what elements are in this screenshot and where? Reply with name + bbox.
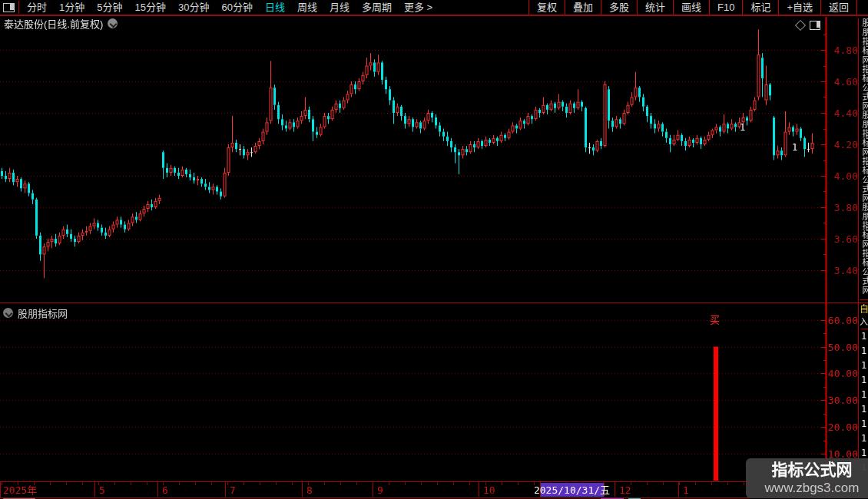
edge-vertical-text: 股朋指标网指标公式网股朋指标网指标公式网股朋指标网指标公式网 xyxy=(860,18,868,299)
indicator-name: 股朋指标网 xyxy=(18,306,68,320)
period-tab-1[interactable]: 1分钟 xyxy=(53,0,91,15)
chart-canvas[interactable] xyxy=(0,0,868,499)
watermark-title: 指标公式网 xyxy=(746,460,868,480)
period-tab-8[interactable]: 月线 xyxy=(323,0,356,15)
toolbar-button-6[interactable]: 标记 xyxy=(742,0,778,15)
edge-number-column: 1111111111 xyxy=(861,329,868,475)
period-tab-group: 分时1分钟5分钟15分钟30分钟60分钟日线周线月线多周期更多 > xyxy=(21,0,439,15)
toolbar-button-8[interactable]: 返回 xyxy=(820,0,857,15)
indicator-panel-title: 股朋指标网 xyxy=(3,306,68,320)
site-watermark: 指标公式网 www.zbgs3.com xyxy=(746,458,868,498)
toolbar-button-7[interactable]: +自选 xyxy=(778,0,820,15)
period-tab-9[interactable]: 多周期 xyxy=(356,0,398,15)
toolbar-button-group: 复权叠加多股统计画线F10标记+自选返回 xyxy=(528,0,857,15)
toolbar-button-1[interactable]: 叠加 xyxy=(565,0,601,15)
period-tab-5[interactable]: 60分钟 xyxy=(215,0,258,15)
period-tab-3[interactable]: 15分钟 xyxy=(128,0,171,15)
toolbar-divider xyxy=(18,1,19,14)
toolbar-button-5[interactable]: F10 xyxy=(709,0,742,15)
split-pane-icon[interactable] xyxy=(810,21,820,30)
chevron-down-icon[interactable] xyxy=(3,308,13,318)
window-layout-icon[interactable] xyxy=(3,3,15,12)
app-window: { "topbar": { "left_items": [ {"label":"… xyxy=(0,0,868,499)
period-tab-10[interactable]: 更多 > xyxy=(398,0,439,15)
chart-title-row: 泰达股份(日线.前复权) xyxy=(4,17,118,29)
period-tab-4[interactable]: 30分钟 xyxy=(172,0,215,15)
period-tab-7[interactable]: 周线 xyxy=(291,0,323,15)
right-edge-clipped-panel: 股朋指标网指标公式网股朋指标网指标公式网股朋指标网指标公式网 自 入 11111… xyxy=(858,18,868,497)
toolbar-button-0[interactable]: 复权 xyxy=(528,0,565,15)
toolbar-button-4[interactable]: 画线 xyxy=(673,0,709,15)
chart-corner-icons xyxy=(797,21,820,30)
chart-title: 泰达股份(日线.前复权) xyxy=(4,16,103,31)
toolbar-button-3[interactable]: 统计 xyxy=(637,0,673,15)
edge-badge: 自 xyxy=(860,299,868,315)
chevron-down-icon[interactable] xyxy=(108,18,118,28)
edge-badge-sub: 入 xyxy=(860,315,868,327)
toolbar-button-2[interactable]: 多股 xyxy=(601,0,637,15)
period-tab-6[interactable]: 日线 xyxy=(259,0,291,15)
period-tab-2[interactable]: 5分钟 xyxy=(91,0,128,15)
top-toolbar: 分时1分钟5分钟15分钟30分钟60分钟日线周线月线多周期更多 > 复权叠加多股… xyxy=(0,0,868,16)
period-tab-0[interactable]: 分时 xyxy=(21,0,53,15)
diamond-icon[interactable] xyxy=(795,20,806,31)
watermark-url: www.zbgs3.com xyxy=(746,480,868,496)
